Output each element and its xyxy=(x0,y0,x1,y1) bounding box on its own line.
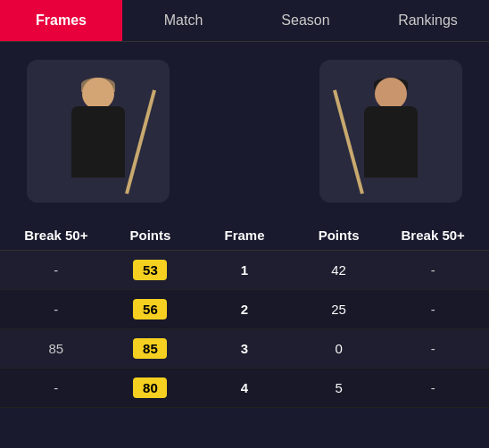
table-row: - 80 4 5 - xyxy=(0,369,489,408)
cell-points-left: 56 xyxy=(104,299,198,319)
cell-frame: 2 xyxy=(197,302,292,317)
table-row: - 56 2 25 - xyxy=(0,290,489,329)
player2-figure xyxy=(337,69,444,203)
cell-points-right: 5 xyxy=(292,380,386,395)
player2-cue xyxy=(333,90,364,195)
header-break50-left: Break 50+ xyxy=(9,228,104,243)
cell-break-left: - xyxy=(9,302,104,317)
tab-season[interactable]: Season xyxy=(244,0,367,41)
cell-break-left: - xyxy=(9,262,104,278)
cell-break-left: 85 xyxy=(9,341,104,356)
cell-points-left: 85 xyxy=(104,338,198,359)
cell-break-left: - xyxy=(9,380,104,395)
table-row: - 53 1 42 - xyxy=(0,251,489,290)
cell-points-left: 53 xyxy=(104,260,198,280)
cell-frame: 3 xyxy=(197,341,292,356)
player1-figure xyxy=(45,69,152,203)
cell-points-right: 0 xyxy=(292,341,386,356)
tab-rankings[interactable]: Rankings xyxy=(367,0,489,41)
cell-points-right: 25 xyxy=(292,302,386,317)
cell-break-right: - xyxy=(385,341,480,356)
player2-card xyxy=(319,60,462,203)
tab-frames[interactable]: Frames xyxy=(0,0,122,41)
stats-table: Break 50+ Points Frame Points Break 50+ … xyxy=(0,220,489,408)
header-points-right: Points xyxy=(292,228,386,243)
player1-card xyxy=(27,60,170,203)
cell-points-left: 80 xyxy=(104,377,198,398)
players-section xyxy=(0,42,489,212)
header-break50-right: Break 50+ xyxy=(385,228,480,243)
nav-tabs: Frames Match Season Rankings xyxy=(0,0,489,42)
player2-body xyxy=(364,106,418,178)
player1-head xyxy=(82,78,114,110)
tab-match[interactable]: Match xyxy=(122,0,244,41)
table-row: 85 85 3 0 - xyxy=(0,329,489,369)
header-frame: Frame xyxy=(197,228,292,243)
player1-avatar xyxy=(27,60,170,203)
cell-frame: 1 xyxy=(197,262,292,278)
header-points-left: Points xyxy=(104,228,198,243)
player2-head xyxy=(375,78,407,110)
cell-frame: 4 xyxy=(197,380,292,395)
player1-cue xyxy=(125,90,156,195)
points-left-badge: 53 xyxy=(133,260,167,280)
stats-header-row: Break 50+ Points Frame Points Break 50+ xyxy=(0,220,489,251)
points-left-badge: 80 xyxy=(133,377,167,398)
cell-points-right: 42 xyxy=(292,262,386,278)
points-left-badge: 56 xyxy=(133,299,167,319)
player2-avatar xyxy=(319,60,462,203)
player1-body xyxy=(71,106,125,178)
stats-rows: - 53 1 42 - - 56 2 25 - 85 85 3 0 - - 80… xyxy=(0,251,489,408)
cell-break-right: - xyxy=(385,262,480,278)
points-left-badge: 85 xyxy=(133,338,167,359)
cell-break-right: - xyxy=(385,302,480,317)
cell-break-right: - xyxy=(385,380,480,395)
